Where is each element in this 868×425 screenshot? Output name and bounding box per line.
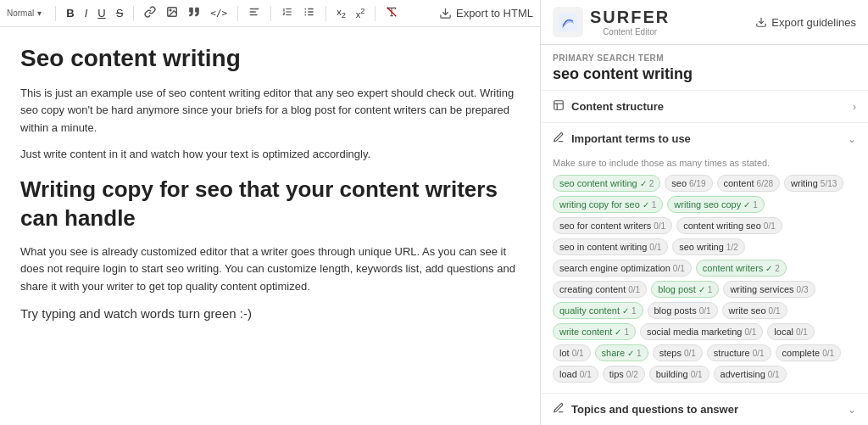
content-structure-chevron: › [853, 101, 856, 113]
tag-item: blog posts 0/1 [648, 302, 718, 319]
tag-item: seo content writing ✓2 [553, 175, 660, 192]
tag-item: quality content ✓1 [553, 302, 643, 319]
tag-item: building 0/1 [649, 366, 709, 383]
surfer-icon [553, 7, 583, 37]
surfer-logo: SURFER Content Editor [590, 8, 670, 36]
content-structure-header[interactable]: Content structure › [541, 91, 868, 122]
toolbar-separator-6 [375, 6, 376, 21]
important-terms-chevron: ⌄ [848, 133, 856, 145]
style-dropdown-icon: ▾ [37, 8, 42, 18]
link-button[interactable] [141, 4, 159, 22]
search-term-value: seo content writing [553, 65, 856, 83]
doc-title: Seo content writing [20, 44, 520, 73]
surfer-logo-text: SURFER [590, 8, 670, 27]
toolbar-separator-3 [237, 6, 238, 21]
tags-container: seo content writing ✓2seo 6/19content 6/… [553, 175, 856, 383]
tag-item: seo for content writers 0/1 [553, 217, 672, 234]
unordered-list-button[interactable] [300, 4, 319, 22]
export-html-label: Export to HTML [456, 7, 533, 20]
tag-item: write content ✓1 [553, 323, 636, 340]
tag-item: content writers ✓2 [696, 260, 787, 277]
bold-button[interactable]: B [63, 5, 77, 21]
content-structure-section: Content structure › [541, 91, 868, 123]
tag-item: writing copy for seo ✓1 [553, 196, 663, 213]
tag-item: share ✓1 [595, 344, 648, 361]
style-select[interactable]: Normal ▾ [7, 8, 42, 18]
export-guidelines-button[interactable]: Export guidelines [755, 16, 856, 29]
topics-section: Topics and questions to answer ⌄ Try to … [541, 394, 868, 425]
svg-rect-18 [554, 101, 564, 110]
svg-point-11 [305, 8, 307, 10]
tag-item: blog post ✓1 [651, 281, 719, 298]
topics-label: Topics and questions to answer [571, 403, 738, 416]
export-html-button[interactable]: Export to HTML [439, 7, 533, 20]
export-guidelines-label: Export guidelines [771, 16, 856, 29]
search-term-label: PRIMARY SEARCH TERM [553, 53, 856, 63]
style-label: Normal [7, 8, 34, 18]
important-terms-header[interactable]: Important terms to use ⌄ [541, 123, 868, 154]
align-button[interactable] [245, 4, 264, 22]
important-terms-label: Important terms to use [571, 132, 691, 145]
tag-item: structure 0/1 [707, 344, 771, 361]
topics-chevron: ⌄ [848, 404, 856, 416]
right-header: SURFER Content Editor Export guidelines [541, 0, 868, 45]
tag-item: writing 5/13 [784, 175, 843, 192]
topics-icon [553, 402, 565, 417]
content-structure-title: Content structure [553, 99, 664, 114]
toolbar-separator-2 [133, 6, 134, 21]
doc-para: What you see is already customized edito… [20, 243, 520, 296]
tag-item: seo 6/19 [665, 175, 712, 192]
editor-area[interactable]: Seo content writing This is just an exam… [0, 27, 540, 425]
tag-item: creating content 0/1 [553, 281, 647, 298]
strike-button[interactable]: S [113, 5, 127, 21]
toolbar-separator-1 [55, 6, 56, 21]
tag-item: content 6/28 [717, 175, 781, 192]
toolbar-separator-5 [326, 6, 326, 21]
surfer-logo-sub: Content Editor [603, 27, 657, 36]
tag-item: write seo 0/1 [722, 302, 787, 319]
right-panel: SURFER Content Editor Export guidelines … [541, 0, 868, 425]
content-structure-icon [553, 99, 565, 114]
important-terms-body: Make sure to include those as many times… [541, 154, 868, 393]
doc-note: Just write content in it and watch how y… [20, 148, 520, 160]
svg-point-12 [305, 11, 307, 13]
tag-item: advertising 0/1 [714, 366, 787, 383]
right-content: Content structure › Important terms to u… [541, 91, 868, 425]
svg-point-1 [170, 9, 171, 11]
doc-heading: Writing copy for seo that your content w… [20, 176, 520, 233]
important-terms-section: Important terms to use ⌄ Make sure to in… [541, 123, 868, 394]
subscript-button[interactable]: x2 [333, 5, 349, 21]
tag-item: writing services 0/3 [723, 281, 815, 298]
doc-cta: Try typing and watch words turn green :-… [20, 306, 520, 321]
tag-item: local 0/1 [767, 323, 815, 340]
search-term-section: PRIMARY SEARCH TERM seo content writing [541, 45, 868, 91]
content-structure-label: Content structure [571, 100, 664, 113]
tag-item: seo writing 1/2 [672, 238, 744, 255]
tag-item: lot 0/1 [553, 344, 591, 361]
clear-format-button[interactable] [382, 4, 401, 22]
topics-title: Topics and questions to answer [553, 402, 738, 417]
surfer-logo-wrap: SURFER Content Editor [553, 7, 670, 37]
tag-item: writing seo copy ✓1 [667, 196, 764, 213]
ordered-list-button[interactable] [278, 4, 297, 22]
tag-item: load 0/1 [553, 366, 598, 383]
svg-point-13 [305, 14, 307, 16]
tag-item: complete 0/1 [776, 344, 842, 361]
topics-header[interactable]: Topics and questions to answer ⌄ [541, 394, 868, 425]
italic-button[interactable]: I [81, 5, 92, 21]
code-button[interactable]: </> [207, 6, 231, 20]
tag-item: search engine optimization 0/1 [553, 260, 692, 277]
important-terms-title: Important terms to use [553, 131, 691, 146]
tag-item: tips 0/2 [603, 366, 645, 383]
tag-item: content writing seo 0/1 [676, 217, 782, 234]
image-button[interactable] [163, 4, 181, 22]
left-panel: Normal ▾ B I U S </> x2 x2 [0, 0, 541, 425]
tag-item: steps 0/1 [653, 344, 703, 361]
tag-item: social media marketing 0/1 [640, 323, 763, 340]
doc-intro: This is just an example use of seo conte… [20, 85, 520, 137]
toolbar: Normal ▾ B I U S </> x2 x2 [0, 0, 540, 27]
blockquote-button[interactable] [185, 4, 203, 22]
underline-button[interactable]: U [94, 5, 108, 21]
tag-item: seo in content writing 0/1 [553, 238, 668, 255]
superscript-button[interactable]: x2 [353, 5, 369, 21]
